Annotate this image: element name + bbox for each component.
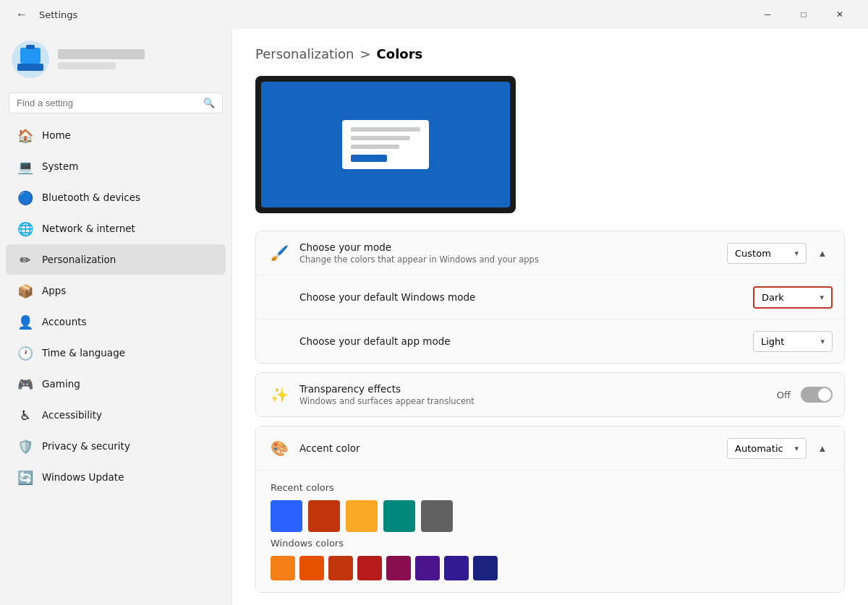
transparency-toggle[interactable] [801,387,833,403]
breadcrumb-current: Colors [377,46,423,61]
windows-color-7[interactable] [473,556,498,580]
recent-color-2[interactable] [346,500,378,532]
update-nav-label: Windows Update [42,471,124,483]
sidebar-item-apps[interactable]: 📦 Apps [6,275,226,306]
transparency-control: Off [777,387,833,403]
choose-mode-sub: Change the colors that appear in Windows… [299,254,727,265]
recent-color-3[interactable] [383,500,415,532]
sidebar-item-bluetooth[interactable]: 🔵 Bluetooth & devices [6,182,226,213]
choose-mode-value: Custom [735,248,771,259]
app-mode-dropdown[interactable]: Light ▾ [753,331,833,352]
choose-mode-label: Choose your mode [299,241,727,253]
sidebar-item-privacy[interactable]: 🛡️ Privacy & security [6,431,226,461]
windows-mode-dropdown[interactable]: Dark ▾ [753,286,833,309]
personalization-nav-icon: ✏️ [17,252,33,267]
sidebar-item-accessibility[interactable]: ♿ Accessibility [6,400,226,430]
bluetooth-nav-icon: 🔵 [17,189,33,205]
title-bar-left: ← Settings [12,4,77,25]
bluetooth-nav-label: Bluetooth & devices [42,192,140,203]
accent-expand[interactable]: ▲ [812,438,833,458]
windows-colors-label: Windows colors [271,538,830,549]
choose-mode-text: Choose your mode Change the colors that … [299,241,727,265]
time-nav-icon: 🕐 [17,345,33,361]
svg-rect-2 [17,64,43,71]
app-mode-control: Light ▾ [753,331,833,352]
accent-value: Automatic [735,443,783,454]
transparency-icon: ✨ [268,383,291,406]
app-mode-icon [268,330,291,353]
accent-body: Recent colors Windows colors [256,471,844,592]
sidebar-item-home[interactable]: 🏠 Home [6,120,226,150]
windows-color-4[interactable] [386,556,411,580]
window-controls: ─ □ ✕ [751,3,856,26]
windows-color-3[interactable] [357,556,382,580]
sidebar-item-accounts[interactable]: 👤 Accounts [6,306,226,337]
maximize-button[interactable]: □ [787,3,820,26]
windows-mode-icon [268,286,291,309]
preview-inner [261,82,510,207]
app-body: 🔍 🏠 Home 💻 System 🔵 Bluetooth & devices … [0,29,868,605]
windows-color-1[interactable] [299,556,324,580]
sidebar-item-network[interactable]: 🌐 Network & internet [6,213,226,244]
preview-line-1 [351,127,420,132]
sidebar-item-update[interactable]: 🔄 Windows Update [6,462,226,492]
choose-mode-icon: 🖌️ [268,241,291,265]
sidebar-item-gaming[interactable]: 🎮 Gaming [6,369,226,399]
windows-color-0[interactable] [271,556,295,580]
recent-color-0[interactable] [271,500,302,532]
recent-color-4[interactable] [421,500,453,532]
search-input[interactable] [17,98,197,108]
windows-mode-control: Dark ▾ [753,286,833,309]
profile-avatar [12,40,49,78]
apps-nav-label: Apps [42,285,66,296]
accessibility-nav-label: Accessibility [42,409,102,421]
svg-rect-1 [20,48,41,64]
system-nav-icon: 💻 [17,158,33,174]
breadcrumb-parent[interactable]: Personalization [255,46,354,61]
app-title: Settings [39,9,77,20]
profile-sub [58,62,116,69]
windows-color-6[interactable] [444,556,469,580]
home-nav-label: Home [42,129,71,141]
close-button[interactable]: ✕ [823,3,856,26]
back-button[interactable]: ← [12,4,32,25]
profile-section [0,29,231,87]
windows-color-2[interactable] [328,556,353,580]
accent-label: Accent color [299,442,727,454]
preview-button [351,155,387,162]
sidebar-item-time[interactable]: 🕐 Time & language [6,338,226,368]
windows-mode-text: Choose your default Windows mode [299,291,753,303]
recent-color-1[interactable] [308,500,340,532]
choose-mode-expand[interactable]: ▲ [812,243,833,263]
apps-nav-icon: 📦 [17,283,33,299]
app-mode-chevron: ▾ [820,337,825,346]
minimize-button[interactable]: ─ [751,3,784,26]
app-mode-value: Light [761,336,784,347]
choose-mode-control: Custom ▾ ▲ [727,243,833,264]
update-nav-icon: 🔄 [17,469,33,485]
transparency-label: Transparency effects [299,383,777,395]
privacy-nav-label: Privacy & security [42,440,130,452]
sidebar-item-personalization[interactable]: ✏️ Personalization [6,244,226,275]
windows-color-5[interactable] [415,556,440,580]
sidebar-item-system[interactable]: 💻 System [6,151,226,181]
accent-dropdown[interactable]: Automatic ▾ [727,438,807,459]
app-mode-row: Choose your default app mode Light ▾ [256,319,844,363]
windows-mode-label: Choose your default Windows mode [299,291,753,303]
transparency-row: ✨ Transparency effects Windows and surfa… [256,373,844,416]
preview-window [342,120,429,169]
recent-color-swatches [271,500,830,532]
preview-line-3 [351,145,399,149]
main-content: Personalization > Colors 🖌️ Choose your … [231,29,868,605]
network-nav-label: Network & internet [42,223,135,234]
nav-list: 🏠 Home 💻 System 🔵 Bluetooth & devices 🌐 … [0,119,231,493]
accent-chevron: ▾ [794,444,799,453]
choose-mode-row: 🖌️ Choose your mode Change the colors th… [256,231,844,275]
accent-header: 🎨 Accent color Automatic ▾ ▲ [256,426,844,471]
accent-color-section: 🎨 Accent color Automatic ▾ ▲ Recent colo… [255,426,845,593]
choose-mode-dropdown[interactable]: Custom ▾ [727,243,807,264]
personalization-nav-label: Personalization [42,254,116,265]
system-nav-label: System [42,160,78,172]
accounts-nav-label: Accounts [42,316,87,327]
search-box[interactable]: 🔍 [9,93,223,113]
